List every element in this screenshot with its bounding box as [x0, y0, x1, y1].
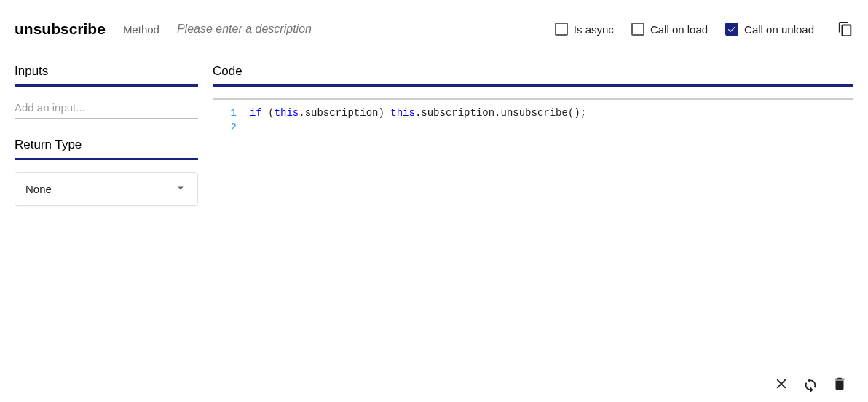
delete-button[interactable]: [832, 376, 848, 392]
add-input-field[interactable]: [15, 98, 198, 119]
action-bar: [773, 376, 848, 392]
close-icon: [773, 376, 789, 392]
checkbox-icon: [555, 23, 568, 36]
line-number-gutter: 1 2: [213, 100, 242, 360]
call-on-load-label: Call on load: [650, 23, 708, 36]
call-on-load-checkbox[interactable]: Call on load: [631, 23, 708, 36]
is-async-label: Is async: [574, 23, 614, 36]
return-type-value: None: [25, 183, 52, 195]
code-content[interactable]: if (this.subscription) this.subscription…: [242, 100, 853, 360]
delete-icon: [832, 376, 848, 392]
is-async-checkbox[interactable]: Is async: [555, 23, 614, 36]
close-button[interactable]: [773, 376, 789, 392]
method-header: unsubscribe Method Is async Call on load…: [15, 15, 853, 44]
line-number: 1: [216, 106, 237, 120]
call-on-unload-checkbox[interactable]: Call on unload: [725, 23, 814, 36]
refresh-button[interactable]: [802, 376, 818, 392]
checkbox-icon: [631, 23, 644, 36]
line-number: 2: [216, 120, 237, 135]
chevron-down-icon: [174, 181, 187, 197]
inputs-section: Inputs: [15, 64, 198, 119]
code-editor[interactable]: 1 2 if (this.subscription) this.subscrip…: [213, 98, 853, 360]
description-input[interactable]: [177, 23, 537, 36]
call-on-unload-label: Call on unload: [744, 23, 814, 36]
main-content: Inputs Return Type None Code 1 2 if (thi…: [15, 64, 853, 360]
copy-icon: [837, 21, 853, 37]
code-title: Code: [213, 64, 853, 87]
copy-button[interactable]: [837, 21, 853, 37]
checkbox-icon: [725, 23, 738, 36]
method-name: unsubscribe: [15, 20, 106, 38]
code-section: Code 1 2 if (this.subscription) this.sub…: [213, 64, 853, 360]
check-icon: [727, 24, 737, 34]
return-type-title: Return Type: [15, 138, 198, 160]
refresh-icon: [802, 376, 818, 392]
method-type-label: Method: [123, 23, 159, 36]
return-type-select[interactable]: None: [15, 172, 198, 206]
return-type-section: Return Type None: [15, 138, 198, 206]
left-column: Inputs Return Type None: [15, 64, 198, 360]
inputs-title: Inputs: [15, 64, 198, 87]
